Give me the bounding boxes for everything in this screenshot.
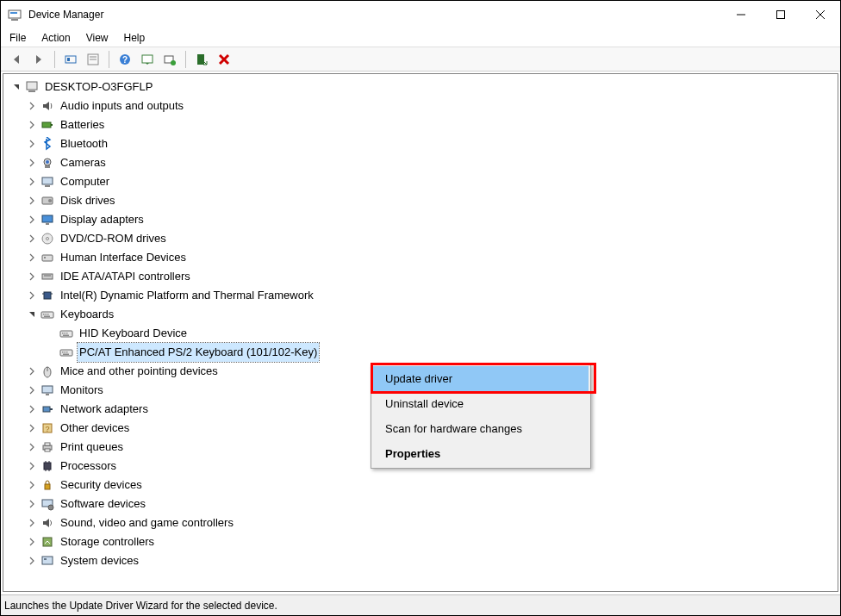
expander-icon[interactable] [26, 308, 38, 320]
svg-rect-55 [66, 352, 68, 353]
svg-rect-68 [44, 463, 51, 470]
menu-view[interactable]: View [86, 32, 109, 44]
svg-rect-14 [142, 55, 153, 63]
tree-item[interactable]: Disk drives [5, 191, 838, 210]
app-icon [8, 8, 22, 22]
tree-child-item[interactable]: HID Keyboard Device [5, 324, 838, 343]
tree-item[interactable]: DVD/CD-ROM drives [5, 229, 838, 248]
tree-item[interactable]: System devices [5, 551, 838, 570]
tree-item[interactable]: Display adapters [5, 210, 838, 229]
tree-item-label: Cameras [59, 153, 108, 172]
close-button[interactable] [801, 1, 840, 28]
expander-icon[interactable] [26, 479, 38, 491]
software-icon [40, 496, 55, 512]
expander-icon[interactable] [26, 195, 38, 207]
tree-item-label: Batteries [59, 115, 106, 134]
maximize-button[interactable] [761, 1, 801, 28]
tree-item-label: Display adapters [59, 210, 146, 229]
svg-rect-61 [43, 407, 50, 412]
expander-icon[interactable] [26, 233, 38, 245]
tree-item-label: Bluetooth [59, 134, 109, 153]
expander-icon[interactable] [26, 214, 38, 226]
back-button[interactable] [6, 49, 27, 70]
svg-rect-37 [42, 274, 53, 279]
tree-item[interactable]: Human Interface Devices [5, 248, 838, 267]
expander-icon[interactable] [26, 498, 38, 510]
svg-rect-7 [65, 56, 76, 63]
svg-rect-22 [42, 122, 51, 128]
tree-item[interactable]: Storage controllers [5, 532, 838, 551]
tree-child-item[interactable]: PC/AT Enhanced PS/2 Keyboard (101/102-Ke… [5, 343, 838, 362]
tree-item[interactable]: Cameras [5, 153, 838, 172]
svg-rect-17 [197, 54, 204, 65]
tree-item[interactable]: Software devices [5, 495, 838, 513]
expander-icon[interactable] [26, 555, 38, 567]
display-icon [40, 212, 55, 227]
tree-item[interactable]: IDE ATA/ATAPI controllers [5, 267, 838, 286]
tree-item[interactable]: Batteries [5, 115, 838, 134]
svg-rect-4 [777, 11, 785, 19]
scan-hardware-button[interactable] [137, 49, 158, 70]
properties-toolbar-button[interactable] [83, 49, 103, 70]
tree-item-label: Intel(R) Dynamic Platform and Thermal Fr… [59, 286, 315, 305]
expander-icon[interactable] [26, 271, 38, 283]
expander-icon[interactable] [26, 252, 38, 264]
device-tree[interactable]: DESKTOP-O3FGFLPAudio inputs and outputsB… [3, 74, 838, 591]
forward-button[interactable] [28, 49, 49, 70]
svg-rect-20 [27, 82, 37, 90]
expander-icon[interactable] [26, 289, 38, 302]
svg-point-75 [48, 505, 53, 510]
tree-root[interactable]: DESKTOP-O3FGFLP [5, 78, 838, 96]
update-toolbar-button[interactable] [159, 49, 180, 70]
ide-icon [40, 269, 55, 284]
expander-icon[interactable] [26, 138, 38, 150]
ctx-uninstall-device[interactable]: Uninstall device [373, 391, 589, 416]
mouse-icon [40, 364, 55, 379]
tree-item[interactable]: Bluetooth [5, 134, 838, 153]
expander-icon[interactable] [26, 441, 38, 453]
expander-icon[interactable] [26, 100, 38, 112]
svg-rect-50 [66, 333, 68, 334]
svg-rect-54 [65, 352, 66, 353]
ctx-properties[interactable]: Properties [373, 441, 589, 466]
tree-item[interactable]: Keyboards [5, 305, 838, 324]
ctx-update-driver[interactable]: Update driver [373, 366, 589, 391]
expander-icon[interactable] [26, 384, 38, 396]
svg-rect-8 [67, 58, 70, 61]
expander-icon[interactable] [26, 460, 38, 472]
window-title: Device Manager [28, 9, 103, 21]
tree-item[interactable]: Intel(R) Dynamic Platform and Thermal Fr… [5, 286, 838, 305]
show-hidden-button[interactable] [60, 49, 81, 70]
minimize-button[interactable] [721, 1, 761, 28]
help-toolbar-button[interactable]: ? [115, 49, 135, 70]
speaker-icon [40, 98, 55, 114]
tree-panel: DESKTOP-O3FGFLPAudio inputs and outputsB… [3, 73, 838, 592]
ctx-scan-hardware[interactable]: Scan for hardware changes [373, 416, 589, 441]
storage-icon [40, 534, 55, 550]
expander-icon[interactable] [26, 365, 38, 377]
add-legacy-button[interactable] [191, 49, 212, 70]
tree-child-label: HID Keyboard Device [78, 324, 189, 343]
expander-icon[interactable] [26, 403, 38, 415]
tree-item[interactable]: Audio inputs and outputs [5, 96, 838, 115]
expander-icon[interactable] [10, 81, 22, 93]
menu-file[interactable]: File [9, 32, 26, 44]
tree-item-label: Keyboards [59, 305, 115, 324]
statusbar-text: Launches the Update Driver Wizard for th… [4, 600, 277, 612]
expander-icon[interactable] [26, 157, 38, 169]
menu-action[interactable]: Action [41, 32, 70, 44]
svg-rect-59 [42, 386, 53, 393]
tree-item[interactable]: Security devices [5, 476, 838, 495]
expander-icon[interactable] [26, 536, 38, 548]
bluetooth-icon [40, 136, 55, 152]
tree-item[interactable]: Computer [5, 172, 838, 191]
svg-text:?: ? [45, 425, 49, 433]
tree-item[interactable]: Sound, video and game controllers [5, 513, 838, 532]
computer-icon [40, 174, 55, 190]
expander-icon[interactable] [26, 119, 38, 131]
menu-help[interactable]: Help [124, 32, 146, 44]
expander-icon[interactable] [26, 517, 38, 529]
expander-icon[interactable] [26, 176, 38, 188]
expander-icon[interactable] [26, 422, 38, 434]
uninstall-toolbar-button[interactable] [214, 49, 234, 70]
